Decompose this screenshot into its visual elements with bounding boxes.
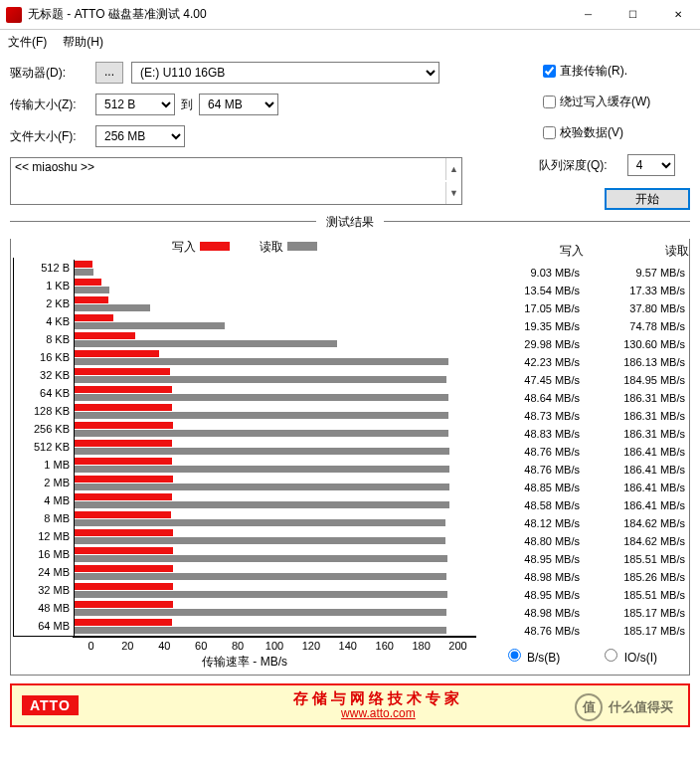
- bar-label: 16 KB: [14, 349, 74, 367]
- read-bar: [75, 376, 446, 383]
- bar-label: 8 MB: [14, 510, 74, 528]
- drive-label: 驱动器(D):: [10, 65, 95, 82]
- file-size-label: 文件大小(F):: [10, 128, 95, 145]
- result-row: 48.83 MB/s186.31 MB/s: [478, 425, 689, 443]
- col-read-header: 读取: [584, 243, 689, 260]
- result-row: 48.76 MB/s186.41 MB/s: [478, 461, 689, 479]
- direct-io-label: 直接传输(R).: [560, 63, 627, 80]
- menu-file[interactable]: 文件(F): [8, 34, 47, 51]
- legend-read-swatch: [287, 242, 317, 251]
- legend-write-swatch: [200, 242, 230, 251]
- bar-row: 4 MB: [14, 492, 476, 510]
- verify-checkbox[interactable]: [543, 126, 556, 139]
- write-bar: [75, 279, 101, 286]
- bar-label: 64 KB: [14, 385, 74, 403]
- bar-row: 256 KB: [14, 421, 476, 439]
- x-tick: 140: [329, 640, 366, 652]
- transfer-to-select[interactable]: 64 MB: [199, 94, 278, 115]
- verify-label: 校验数据(V): [560, 124, 623, 141]
- bar-label: 48 MB: [14, 600, 74, 618]
- unit-ios-radio[interactable]: IO/s(I): [600, 646, 657, 665]
- read-bar: [75, 591, 447, 598]
- read-bar: [75, 287, 109, 293]
- menu-help[interactable]: 帮助(H): [63, 34, 103, 51]
- bar-row: 2 MB: [14, 475, 476, 492]
- bar-label: 512 KB: [14, 439, 74, 457]
- bar-label: 1 MB: [14, 457, 74, 475]
- x-tick: 60: [183, 640, 220, 652]
- atto-logo: ATTO: [22, 695, 79, 715]
- bar-label: 2 KB: [14, 295, 74, 313]
- bar-label: 256 KB: [14, 421, 74, 439]
- result-row: 48.12 MB/s184.62 MB/s: [478, 514, 689, 532]
- bar-row: 64 KB: [14, 385, 476, 403]
- close-button[interactable]: ✕: [655, 0, 700, 30]
- bar-row: 512 KB: [14, 439, 476, 457]
- result-row: 48.95 MB/s185.51 MB/s: [478, 586, 689, 604]
- minimize-button[interactable]: ─: [566, 0, 611, 30]
- bar-row: 32 MB: [14, 582, 476, 600]
- bar-row: 128 KB: [14, 403, 476, 421]
- bar-row: 32 KB: [14, 367, 476, 385]
- description-textbox[interactable]: << miaoshu >> ▲ ▼: [10, 157, 462, 205]
- write-bar: [75, 547, 173, 554]
- result-row: 29.98 MB/s130.60 MB/s: [478, 335, 689, 353]
- direct-io-checkbox[interactable]: [543, 65, 556, 78]
- bar-row: 64 MB: [14, 618, 476, 636]
- bar-label: 4 MB: [14, 492, 74, 510]
- bar-label: 512 B: [14, 260, 74, 278]
- footer-url[interactable]: www.atto.com: [79, 707, 678, 720]
- bypass-cache-label: 绕过写入缓存(W): [560, 94, 650, 110]
- footer-banner: ATTO 存储与网络技术专家 www.atto.com: [10, 683, 690, 727]
- bar-row: 16 MB: [14, 546, 476, 564]
- bar-row: 8 MB: [14, 510, 476, 528]
- read-bar: [75, 340, 337, 347]
- bypass-cache-checkbox[interactable]: [543, 96, 556, 108]
- result-row: 48.98 MB/s185.26 MB/s: [478, 568, 689, 586]
- write-bar: [75, 511, 171, 518]
- drive-select[interactable]: (E:) U110 16GB: [131, 62, 439, 84]
- write-bar: [75, 565, 173, 572]
- read-bar: [75, 573, 446, 580]
- bar-row: 2 KB: [14, 295, 476, 313]
- maximize-button[interactable]: ☐: [611, 0, 655, 30]
- bar-label: 12 MB: [14, 528, 74, 546]
- transfer-size-label: 传输大小(Z):: [10, 97, 95, 113]
- read-bar: [75, 358, 448, 365]
- textbox-scroll-up[interactable]: ▲: [445, 158, 461, 180]
- bar-label: 24 MB: [14, 564, 74, 582]
- bar-row: 24 MB: [14, 564, 476, 582]
- read-bar: [75, 412, 448, 419]
- read-bar: [75, 269, 93, 276]
- drive-browse-button[interactable]: ...: [95, 62, 123, 84]
- write-bar: [75, 458, 172, 465]
- results-title: 测试结果: [316, 215, 384, 229]
- result-row: 48.76 MB/s186.41 MB/s: [478, 443, 689, 461]
- bar-label: 64 MB: [14, 618, 74, 636]
- result-row: 48.95 MB/s185.51 MB/s: [478, 550, 689, 568]
- result-row: 48.76 MB/s185.17 MB/s: [478, 622, 689, 640]
- bar-label: 16 MB: [14, 546, 74, 564]
- menu-bar: 文件(F) 帮助(H): [0, 30, 700, 54]
- queue-depth-label: 队列深度(Q):: [539, 157, 608, 174]
- x-tick: 0: [73, 640, 109, 652]
- read-bar: [75, 484, 449, 490]
- read-bar: [75, 466, 449, 473]
- write-bar: [75, 493, 172, 500]
- file-size-select[interactable]: 256 MB: [95, 125, 185, 147]
- x-tick: 100: [257, 640, 293, 652]
- write-bar: [75, 314, 113, 321]
- bar-row: 12 MB: [14, 528, 476, 546]
- start-button[interactable]: 开始: [605, 188, 690, 210]
- bar-label: 128 KB: [14, 403, 74, 421]
- x-tick: 40: [146, 640, 183, 652]
- bar-row: 48 MB: [14, 600, 476, 618]
- transfer-from-select[interactable]: 512 B: [95, 94, 175, 115]
- footer-slogan: 存储与网络技术专家: [79, 690, 678, 707]
- unit-bs-radio[interactable]: B/s(B): [503, 646, 561, 665]
- result-row: 48.80 MB/s184.62 MB/s: [478, 532, 689, 550]
- textbox-scroll-down[interactable]: ▼: [445, 182, 461, 204]
- title-bar: 无标题 - ATTO 磁盘基准测试 4.00 ─ ☐ ✕: [0, 0, 700, 30]
- queue-depth-select[interactable]: 4: [627, 154, 675, 176]
- write-bar: [75, 440, 172, 447]
